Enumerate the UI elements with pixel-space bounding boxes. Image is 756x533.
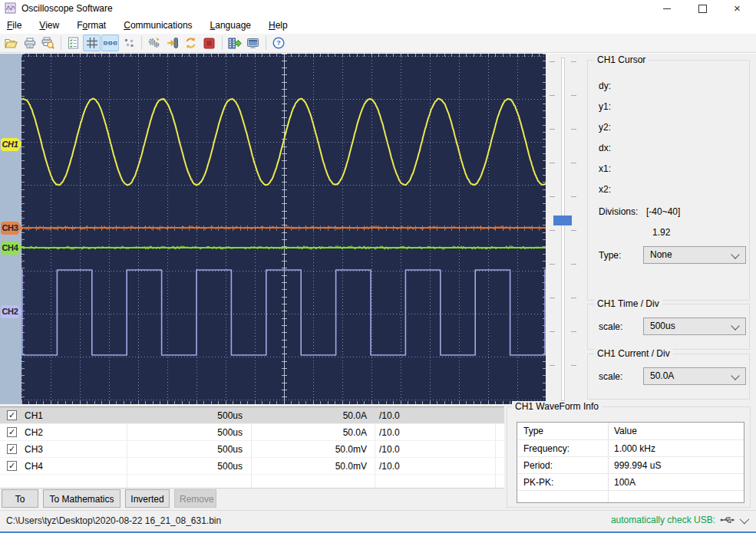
- toolbar-export-waveform-button[interactable]: [226, 35, 243, 51]
- cursor-x2-label: x2:: [599, 184, 611, 195]
- title-bar: Oscilloscope Software: [0, 0, 756, 17]
- slider-track[interactable]: [561, 58, 565, 401]
- divisions-label: Divisions:: [599, 206, 638, 217]
- open-folder-icon: [5, 38, 18, 49]
- toolbar-separator: [266, 36, 266, 50]
- print-preview-icon: [41, 37, 54, 49]
- table-row-ch4[interactable]: CH4 500us 50.0mV /10.0: [0, 458, 504, 475]
- toolbar-stop-button[interactable]: [200, 35, 218, 51]
- maximize-button[interactable]: [685, 0, 720, 17]
- channel-time: 500us: [127, 427, 243, 438]
- waveform-info-title: CH1 WaveForm Info: [512, 401, 602, 412]
- current-scale-select[interactable]: 50.0A: [643, 367, 746, 385]
- ch1-cursor-group: CH1 Cursor dy: y1: y2: dx: x1: x2: Divis…: [587, 60, 750, 301]
- to-fft-button[interactable]: To FFT: [2, 489, 38, 508]
- usb-status: automatically check USB:: [611, 515, 750, 525]
- menu-format[interactable]: Format: [70, 18, 113, 32]
- channel-probe: /10.0: [379, 444, 400, 455]
- help-icon: ?: [272, 37, 285, 49]
- toolbar-sample-dots-button[interactable]: [120, 35, 137, 51]
- svg-text:?: ?: [276, 38, 281, 47]
- channel-scale: 50.0A: [252, 427, 367, 438]
- channel-list-icon: [68, 37, 79, 49]
- waveform-info-table: Type Value Frequency: 1.000 kHz Period: …: [517, 422, 744, 503]
- stop-icon: [203, 38, 215, 49]
- ch1-time-div-title: CH1 Time / Div: [594, 298, 662, 309]
- header-value: Value: [614, 426, 637, 436]
- header-type: Type: [523, 426, 543, 436]
- info-value: 100A: [614, 477, 636, 488]
- app-icon: [5, 2, 16, 14]
- info-type: PK-PK:: [523, 477, 553, 488]
- row-checkbox[interactable]: [7, 427, 17, 437]
- info-type: Frequency:: [523, 443, 569, 454]
- toolbar-print-button[interactable]: [21, 35, 38, 51]
- toolbar-grid-toggle-button[interactable]: [83, 35, 101, 51]
- cursor-type-value: None: [650, 249, 672, 260]
- dotted-line-icon: [104, 40, 117, 47]
- channel-time: 500us: [127, 410, 243, 421]
- ch1-current-div-title: CH1 Current / Div: [594, 348, 673, 359]
- close-button[interactable]: [720, 0, 754, 17]
- channel-tag-label: CH2: [2, 307, 18, 316]
- minimize-button[interactable]: [649, 0, 684, 17]
- time-scale-label: scale:: [599, 321, 622, 332]
- ch1-current-div-group: CH1 Current / Div scale: 50.0A: [587, 354, 750, 400]
- table-row-ch1[interactable]: CH1 500us 50.0A /10.0: [0, 407, 504, 424]
- current-scale-value: 50.0A: [650, 370, 674, 381]
- channel-scale: 50.0mV: [252, 461, 367, 472]
- channel-tag[interactable]: CH4: [1, 242, 19, 255]
- time-scale-select[interactable]: 500us: [643, 317, 746, 335]
- row-checkbox[interactable]: [7, 444, 17, 454]
- toolbar-separator: [61, 36, 61, 50]
- channel-label-gutter: CH1 CH3 CH4 CH2: [0, 54, 21, 404]
- menu-file[interactable]: File: [0, 18, 28, 32]
- to-mathematics-button[interactable]: To Mathematics: [43, 489, 120, 508]
- inverted-button[interactable]: Inverted: [125, 489, 170, 508]
- slider-ticks-right: [571, 61, 576, 396]
- toolbar-open-folder-button[interactable]: [2, 35, 20, 51]
- table-row-ch2[interactable]: CH2 500us 50.0A /10.0: [0, 424, 504, 441]
- divisions-value: 1.92: [652, 227, 670, 238]
- status-bar: C:\Users\tyz\Desktop\2020-08-22 16_21_08…: [0, 510, 756, 531]
- slider-ticks-left: [550, 61, 555, 396]
- close-icon: [734, 2, 741, 15]
- channel-name: CH4: [25, 461, 43, 472]
- menu-communications[interactable]: Communications: [117, 18, 199, 32]
- channel-tag[interactable]: CH1: [1, 138, 19, 151]
- channel-name: CH1: [25, 410, 43, 421]
- toolbar-monitor-button[interactable]: [244, 35, 262, 51]
- oscilloscope-app-window: Oscilloscope Software File View Format C…: [0, 0, 756, 533]
- waveform-info-row-frequency: Frequency: 1.000 kHz: [517, 440, 744, 457]
- row-checkbox[interactable]: [7, 410, 17, 420]
- menu-help[interactable]: Help: [262, 18, 295, 32]
- file-path: C:\Users\tyz\Desktop\2020-08-22 16_21_08…: [6, 515, 221, 526]
- menu-view[interactable]: View: [32, 18, 66, 32]
- minimize-icon: [663, 8, 671, 9]
- toolbar-channel-list-button[interactable]: [64, 35, 82, 51]
- divisions-range: [-40~40]: [646, 206, 680, 217]
- channel-tag[interactable]: CH2: [1, 305, 19, 318]
- cursor-dx-label: dx:: [599, 143, 611, 153]
- chevron-down-icon[interactable]: [740, 514, 750, 524]
- grid-icon: [86, 37, 98, 49]
- toolbar-help-button[interactable]: ?: [269, 35, 287, 51]
- table-row-ch3[interactable]: CH3 500us 50.0mV /10.0: [0, 441, 504, 458]
- toolbar-dotted-line-toggle-button[interactable]: [101, 35, 119, 51]
- lower-section: CH1 500us 50.0A /10.0 CH2 500us 50.0A /1…: [0, 404, 756, 510]
- slider-handle[interactable]: [553, 216, 572, 225]
- toolbar-separator: [141, 36, 142, 50]
- toolbar-connect-device-button[interactable]: [163, 35, 181, 51]
- menu-language[interactable]: Language: [203, 18, 258, 32]
- channel-tag[interactable]: CH3: [1, 222, 19, 235]
- toolbar-print-preview-button[interactable]: [39, 35, 57, 51]
- toolbar: ?: [0, 34, 756, 53]
- toolbar-refresh-button[interactable]: [182, 35, 200, 51]
- waveform-info-row-period: Period: 999.994 uS: [517, 457, 744, 474]
- oscilloscope-display[interactable]: [21, 54, 546, 404]
- cursor-type-select[interactable]: None: [643, 246, 746, 264]
- toolbar-settings-button[interactable]: [145, 35, 163, 51]
- channel-probe: /10.0: [379, 461, 400, 472]
- row-checkbox[interactable]: [7, 461, 17, 471]
- export-waveform-icon: [228, 38, 242, 49]
